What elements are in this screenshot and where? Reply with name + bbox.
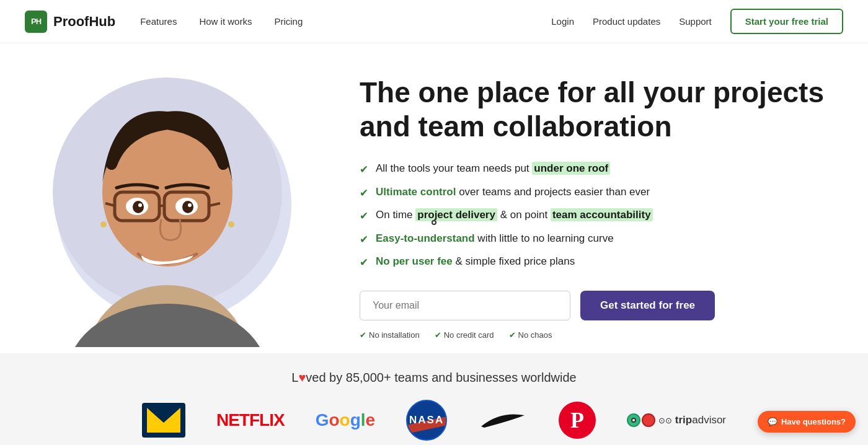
check-icon-2: ✔ <box>360 185 368 201</box>
hero-content: The one place for all your projects and … <box>322 76 843 339</box>
note-no-installation: ✔ No installation <box>360 330 420 340</box>
check-icon-5: ✔ <box>360 255 368 271</box>
svg-point-15 <box>100 221 107 227</box>
svg-point-2 <box>68 304 267 347</box>
highlight-no-per-user-fee: No per user fee <box>376 255 453 267</box>
highlight-under-one-roof: under one roof <box>532 162 610 175</box>
highlight-project-delivery: project delivery <box>415 208 497 221</box>
chat-icon: 💬 <box>768 417 777 426</box>
nav-pricing[interactable]: Pricing <box>274 16 303 27</box>
feature-item-4: ✔ Easy-to-understand with little to no l… <box>360 231 843 248</box>
nav-login[interactable]: Login <box>551 16 574 27</box>
michigan-logo <box>142 403 185 438</box>
nav-how-it-works[interactable]: How it works <box>199 16 252 27</box>
netflix-logo: NETFLIX <box>216 410 285 430</box>
cta-notes: ✔ No installation ✔ No credit card ✔ No … <box>360 330 843 340</box>
check-icon-3: ✔ <box>360 208 368 224</box>
tripadvisor-logo: ⊙⊙ tripadvisor <box>627 413 726 427</box>
highlight-ultimate-control: Ultimate control <box>376 186 456 198</box>
get-started-button[interactable]: Get started for free <box>580 291 715 320</box>
cta-row: Get started for free <box>360 291 843 320</box>
feature-list: ✔ All the tools your team needs put unde… <box>360 161 843 271</box>
nasa-logo: NASA <box>406 400 447 441</box>
svg-point-12 <box>182 201 193 213</box>
nav-right: Login Product updates Support Start your… <box>551 9 843 34</box>
feature-item-5: ✔ No per user fee & simple fixed price p… <box>360 253 843 271</box>
feature-item-1: ✔ All the tools your team needs put unde… <box>360 161 843 178</box>
svg-point-20 <box>433 221 435 224</box>
svg-point-13 <box>138 203 142 207</box>
highlight-easy-to-understand: Easy-to-understand <box>376 232 475 244</box>
svg-point-14 <box>188 203 192 207</box>
hero-person-illustration <box>37 68 310 347</box>
brand-logos: NETFLIX Google NASA P <box>25 400 843 441</box>
logo-icon: PH <box>25 11 47 33</box>
highlight-team-accountability: team accountability <box>551 208 653 221</box>
hero-section: The one place for all your projects and … <box>0 43 868 353</box>
logo-area[interactable]: PH ProofHub <box>25 11 115 33</box>
nav-product-updates[interactable]: Product updates <box>593 16 660 27</box>
navbar: PH ProofHub Features How it works Pricin… <box>0 0 868 43</box>
feature-item-2: ✔ Ultimate control over teams and projec… <box>360 184 843 201</box>
chat-bubble[interactable]: 💬 Have questions? <box>758 411 856 433</box>
google-logo: Google <box>316 410 375 430</box>
note-no-chaos: ✔ No chaos <box>509 330 552 340</box>
social-proof-section: L♥ved by 85,000+ teams and businesses wo… <box>0 353 868 445</box>
logo-text: ProofHub <box>53 14 115 30</box>
nav-links: Features How it works Pricing <box>140 16 303 27</box>
check-icon-4: ✔ <box>360 232 368 248</box>
svg-point-18 <box>632 419 635 421</box>
heart-icon: ♥ <box>298 371 306 384</box>
email-input[interactable] <box>360 291 570 320</box>
nike-logo <box>478 408 528 433</box>
nav-support[interactable]: Support <box>679 16 712 27</box>
nav-features[interactable]: Features <box>140 16 177 27</box>
note-no-credit-card: ✔ No credit card <box>435 330 494 340</box>
check-icon-1: ✔ <box>360 162 368 178</box>
social-proof-text: L♥ved by 85,000+ teams and businesses wo… <box>25 371 843 385</box>
hero-image-area <box>25 68 322 347</box>
svg-point-11 <box>133 201 144 213</box>
pinterest-logo: P <box>559 402 596 439</box>
chat-bubble-label: Have questions? <box>781 417 846 426</box>
start-free-trial-button[interactable]: Start your free trial <box>730 9 843 34</box>
svg-point-16 <box>228 221 234 227</box>
hero-title: The one place for all your projects and … <box>360 76 843 143</box>
